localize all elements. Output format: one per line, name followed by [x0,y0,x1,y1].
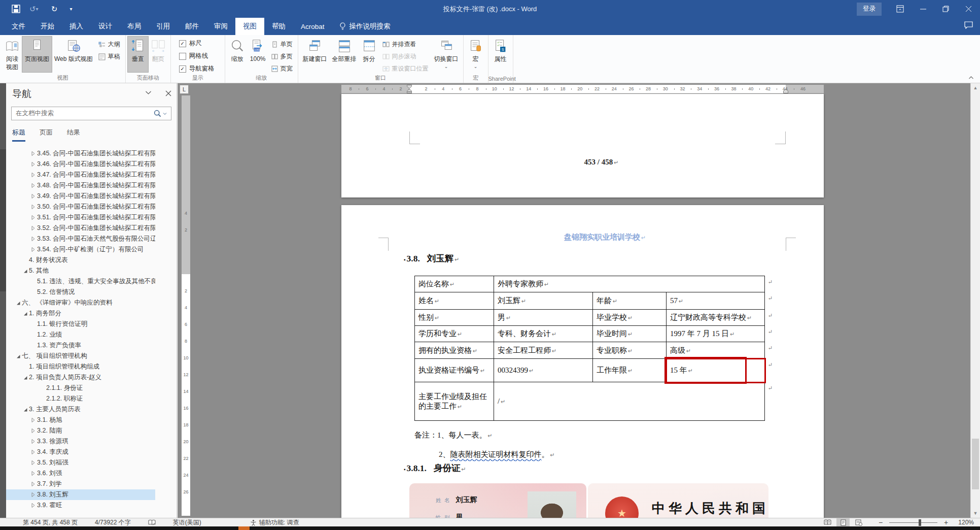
ribbon-tab-布局[interactable]: 布局 [120,18,149,35]
ruler-checkbox-box[interactable]: ✓ [179,40,186,47]
nav-item[interactable]: 1.1. 银行资信证明 [6,319,155,329]
one-page-button[interactable]: 单页 [270,40,294,49]
nav-item[interactable]: 3.5. 刘福强 [6,457,155,468]
nav-item[interactable]: 3.6. 刘强 [6,468,155,479]
gridlines-checkbox-box[interactable] [179,53,186,60]
table-cell[interactable]: 安全工程工程师↵ [494,342,593,359]
document-page-453[interactable]: 453 / 458↵ [341,94,824,197]
customize-qat-icon[interactable]: ▾ [68,4,74,15]
nav-item[interactable]: 2.1.2. 职称证 [6,393,155,404]
expand-triangle-icon[interactable] [21,269,29,274]
nav-item[interactable]: 3.9. 霍旺 [6,500,155,511]
ribbon-tab-设计[interactable]: 设计 [91,18,120,35]
nav-item[interactable]: 1. 商务部分 [6,308,155,319]
expand-triangle-icon[interactable] [29,449,37,455]
ribbon-tab-帮助[interactable]: 帮助 [264,18,293,35]
document-page-454[interactable]: 盘锦翔实职业培训学校↵ ▪3.8. 刘玉辉↵ 岗位名称↵外聘专家教师↵姓名↵刘玉… [341,205,824,518]
table-cell[interactable]: 1997 年 7 月 15 日↵ [667,326,765,342]
expand-triangle-icon[interactable] [29,193,37,199]
nav-item[interactable]: 1.2. 业绩 [6,329,155,340]
navigation-close-icon[interactable] [165,90,171,96]
expand-triangle-icon[interactable] [29,428,37,434]
expand-triangle-icon[interactable] [21,375,29,380]
zoom-slider[interactable] [889,522,937,523]
ribbon-tab-邮件[interactable]: 邮件 [178,18,206,35]
expand-triangle-icon[interactable] [29,247,37,252]
table-cell[interactable]: 专业职称↵ [593,342,667,359]
scroll-down-icon[interactable]: ▼ [971,511,980,516]
zoom-slider-thumb[interactable] [919,519,921,526]
table-cell[interactable]: 性别↵ [415,310,494,326]
navigation-pane-checkbox-box[interactable]: ✓ [179,65,186,73]
nav-item[interactable]: 3.4. 李庆成 [6,447,155,457]
nav-item[interactable]: 3.50. 合同-中国石油集团长城钻探工程有限... [6,202,155,212]
nav-item[interactable]: 4. 财务状况表 [6,255,155,266]
page-indicator[interactable]: 第 454 页, 共 458 页 [23,518,78,527]
nav-item[interactable]: 3.45. 合同-中国石油集团长城钻探工程有限... [6,148,155,159]
nav-item[interactable]: 3.2. 陆南 [6,425,155,436]
expand-triangle-icon[interactable] [14,301,22,306]
table-cell[interactable]: 毕业时间↵ [593,326,667,342]
redo-icon[interactable]: ↻ [49,4,60,15]
left-indent-marker[interactable] [407,89,412,93]
table-cell[interactable]: 工作年限↵ [593,359,667,382]
navigation-options-chevron-icon[interactable] [145,90,152,95]
table-cell[interactable]: 刘玉辉↵ [494,292,593,310]
table-cell[interactable]: 主要工作业绩及担任的主要工作↵ [415,382,494,421]
expand-triangle-icon[interactable] [29,417,37,423]
proofing-errors-icon[interactable] [148,519,156,526]
table-cell[interactable]: 辽宁财政高等专科学校↵ [667,310,765,326]
nav-item[interactable]: 3.7. 刘学 [6,479,155,489]
nav-item[interactable]: 2.1.1. 身份证 [6,383,155,393]
ribbon-tab-文件[interactable]: 文件 [4,18,33,35]
zoom-percentage[interactable]: 120% [952,519,974,526]
page-width-button[interactable]: 页宽 [270,64,294,74]
navigation-pane-checkbox[interactable]: ✓ 导航窗格 [179,64,215,73]
expand-triangle-icon[interactable] [29,215,37,220]
vertical-button[interactable]: 垂直 [128,37,148,72]
navigation-pane-scrollbar[interactable] [0,83,6,518]
table-cell[interactable]: 专科、财务会计↵ [494,326,593,342]
accessibility-status[interactable]: 辅助功能: 调查 [250,518,299,527]
expand-triangle-icon[interactable] [29,225,37,231]
word-count[interactable]: 4/73922 个字 [95,518,131,527]
arrange-all-button[interactable]: 全部重排 [330,37,359,72]
table-cell[interactable]: 男↵ [494,310,593,326]
table-cell[interactable]: 拥有的执业资格↵ [415,342,494,359]
nav-item[interactable]: 3.54. 合同-中矿检测（辽宁）有限公司 [6,244,155,255]
expand-triangle-icon[interactable] [29,161,37,167]
close-button[interactable] [957,0,980,18]
nav-item[interactable]: 3.49. 合同-中国石油集团长城钻探工程有限... [6,191,155,202]
zoom-out-button[interactable]: − [878,518,884,526]
table-cell[interactable]: 外聘专家教师↵ [494,276,765,292]
first-line-indent-marker[interactable] [407,85,412,89]
nav-item[interactable]: 3.1. 杨旭 [6,415,155,425]
nav-item[interactable]: 5.2. 信誉情况 [6,287,155,297]
ruler-checkbox[interactable]: ✓ 标尺 [179,39,215,48]
nav-item[interactable]: 3.52. 合同-中国石油集团长城钻探工程有限... [6,223,155,234]
web-layout-button[interactable]: Web 版式视图 [52,37,95,72]
zoom-100-button[interactable]: 100 100% [248,37,268,72]
expand-triangle-icon[interactable] [14,354,22,359]
expand-triangle-icon[interactable] [29,439,37,444]
nav-tab-页面[interactable]: 页面 [40,128,53,142]
zoom-button[interactable]: 缩放 [227,37,248,72]
print-layout-view-icon[interactable] [836,518,850,526]
table-cell[interactable]: 年龄↵ [593,292,667,310]
nav-item[interactable]: 5.1. 违法、违规、重大安全事故及其他不良... [6,276,155,287]
draft-view-button[interactable]: 草稿 [97,52,121,61]
nav-item[interactable]: 5. 其他 [6,266,155,276]
search-icon[interactable] [154,110,167,117]
ribbon-tab-审阅[interactable]: 审阅 [206,18,235,35]
nav-item[interactable]: 3.46. 合同-中国石油集团长城钻探工程有限... [6,159,155,170]
ribbon-display-options-icon[interactable] [889,0,912,18]
read-mode-view-icon[interactable] [821,518,834,526]
nav-item[interactable]: 1.3. 资产负债率 [6,340,155,351]
table-cell[interactable]: 学历和专业↵ [415,326,494,342]
view-side-by-side-button[interactable]: 并排查看 [381,40,430,49]
nav-item[interactable]: 3.53. 合同-中国石油天然气股份有限公司辽... [6,234,155,244]
signin-button[interactable]: 登录 [857,3,882,16]
nav-item[interactable]: 3.8. 刘玉辉 [6,489,155,500]
properties-button[interactable]: S 属性 [491,37,511,72]
side-to-side-button[interactable]: 翻页 [148,37,168,72]
